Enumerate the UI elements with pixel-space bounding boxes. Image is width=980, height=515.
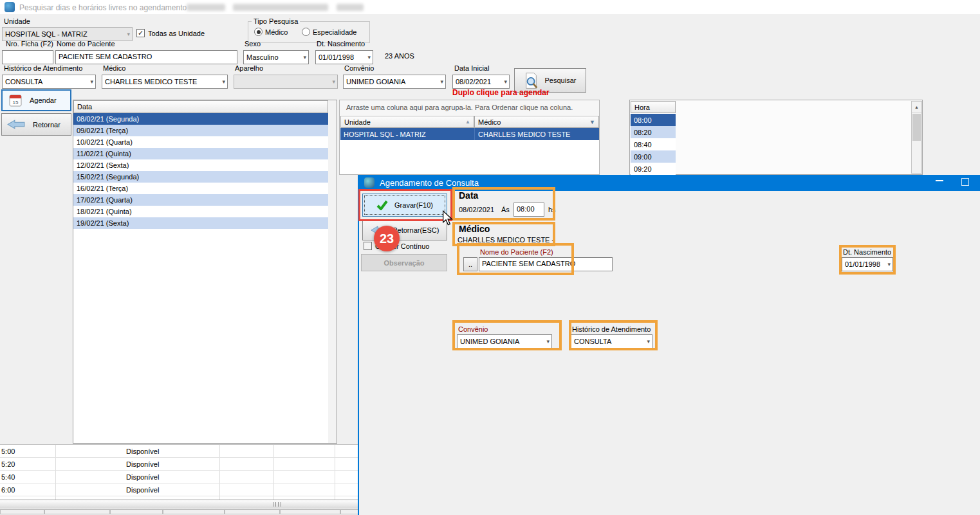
dropdown-arrow-icon: ▾ [222,78,225,85]
result-col-unidade[interactable]: Unidade ▲ [340,116,474,128]
slot-row[interactable]: 5:00 Disponível [0,445,358,458]
filter-down-icon: ▼ [589,119,595,125]
date-row[interactable]: 09/02/21 (Terça) [73,125,328,136]
paciente-nome-input[interactable]: PACIENTE SEM CADASTRO [479,257,613,271]
slot-status: Disponível [126,447,159,455]
redacted-text-1 [187,4,225,11]
result-row-medico-cell[interactable]: CHARLLES MEDICO TESTE [474,128,599,140]
todas-unidade-label: Todas as Unidade [148,30,205,37]
dropdown-arrow-icon: ▾ [440,78,443,85]
unidade-combo[interactable]: HOSPITAL SQL - MATRIZ▾ [2,27,133,41]
slots-grid-panel: 5:00 Disponível 5:20 Disponível 5:40 Dis… [0,444,358,500]
observacao-button[interactable]: Observação [361,254,447,271]
gravar-button[interactable]: Gravar(F10) [362,194,447,217]
result-col-medico[interactable]: Médico ▼ [474,116,599,128]
scroll-up-icon[interactable]: ▲ [912,102,921,113]
convenio-combo[interactable]: UNIMED GOIANIA▾ [343,75,446,89]
hora-row[interactable]: 09:00 [631,150,676,163]
dropdown-arrow-icon: ▾ [367,54,371,60]
sort-asc-icon: ▲ [465,119,470,125]
sexo-label: Sexo [245,40,261,48]
dlg-historico-combo[interactable]: CONSULTA▾ [571,334,652,348]
nascimento-combo[interactable]: 01/01/1998▾ [315,50,373,64]
slot-time: 5:40 [1,473,15,481]
check-icon [376,200,388,210]
scrollbar-thumb[interactable] [912,114,921,141]
statusbar-segment [163,509,225,514]
ficha-input[interactable] [2,50,53,64]
statusbar-segment [340,509,358,514]
data-time-input[interactable]: 08:00 [513,203,544,217]
date-row[interactable]: 18/02/21 (Quinta) [73,206,328,217]
slot-row[interactable]: 5:20 Disponível [0,458,358,471]
aparelho-label: Aparelho [235,64,263,72]
carater-continuo-checkbox[interactable] [364,242,372,250]
medico-section-value: CHARLLES MEDICO TESTE - [458,236,554,244]
slot-row[interactable]: 5:40 Disponível [0,471,358,483]
minimize-icon[interactable] [936,180,943,181]
paciente-f2-label: Nome do Paciente (F2) [480,248,553,256]
medico-combo[interactable]: CHARLLES MEDICO TESTE▾ [102,75,228,89]
dropdown-arrow-icon: ▾ [303,54,306,60]
date-grid-scroll-track[interactable] [328,100,337,443]
statusbar-segment [0,509,44,514]
horizontal-scrollbar[interactable] [0,500,358,509]
retornar-button[interactable]: Retornar [1,113,71,136]
slot-time: 6:00 [1,486,15,494]
hora-row[interactable]: 08:40 [631,138,676,150]
hora-row[interactable]: 08:20 [631,126,676,138]
dt-nascimento-label: Dt. Nascimento [843,248,891,256]
svg-text:15: 15 [13,100,19,105]
date-row[interactable]: 08/02/21 (Segunda) [73,113,328,125]
dlg-convenio-combo[interactable]: UNIMED GOIANIA▾ [457,334,552,348]
app-icon [5,2,15,12]
tipo-especialidade-radio[interactable] [302,28,310,36]
dialog-title: Agendamento de Consulta [380,178,479,188]
hora-grid-header[interactable]: Hora [631,101,676,113]
date-row[interactable]: 17/02/21 (Quarta) [73,194,328,206]
calendar-icon: 15 [9,94,22,107]
slot-status: Disponível [126,460,159,468]
main-titlebar: Pesquisar dias e horários livres no agen… [0,0,980,14]
maximize-icon[interactable] [961,178,969,186]
dlg-historico-label: Histórico de Atendimento [572,325,651,333]
paciente-input[interactable]: PACIENTE SEM CADASTRO [55,50,237,64]
hora-row[interactable]: 08:00 [631,114,676,126]
sexo-combo[interactable]: Masculino▾ [243,50,309,64]
dialog-titlebar[interactable]: Agendamento de Consulta [358,175,980,191]
paciente-lookup-button[interactable]: .. [463,257,477,271]
date-row[interactable]: 15/02/21 (Segunda) [73,171,328,183]
data-inicial-combo[interactable]: 08/02/2021▾ [452,75,510,89]
dt-nascimento-combo[interactable]: 01/01/1998▾ [842,257,893,271]
aparelho-combo[interactable]: ▾ [234,75,338,89]
statusbar-segment [44,509,110,514]
todas-unidade-checkbox[interactable]: ✓ [136,29,145,37]
scrollbar-grip [273,502,282,507]
date-row[interactable]: 12/02/21 (Sexta) [73,159,328,171]
dropdown-arrow-icon: ▾ [504,78,507,85]
tipo-medico-label: Médico [265,28,288,36]
date-row[interactable]: 11/02/21 (Quinta) [73,148,328,159]
agendar-button[interactable]: 15 Agendar [1,89,71,111]
tipo-medico-radio[interactable] [254,28,263,36]
data-date-text: 08/02/2021 [459,206,494,213]
hora-scrollbar[interactable]: ▲ [911,101,922,174]
group-band[interactable]: Arraste uma coluna aqui para agrupa-la. … [340,100,599,115]
convenio-label: Convênio [344,64,374,72]
statusbar-segment [110,509,163,514]
slot-row[interactable]: 6:00 Disponível [0,483,358,496]
date-grid-header[interactable]: Data [73,100,328,113]
slot-status: Disponível [126,473,159,481]
result-row-unidade-cell[interactable]: HOSPITAL SQL - MATRIZ [340,128,474,140]
dialog-icon [364,177,374,188]
medico-section-title: Médico [459,224,490,234]
historico-combo[interactable]: CONSULTA▾ [2,75,96,89]
redacted-text-3 [337,4,364,11]
slot-time: 5:20 [1,460,15,468]
date-row[interactable]: 19/02/21 (Sexta) [73,217,328,229]
date-row[interactable]: 10/02/21 (Quarta) [73,136,328,148]
hora-row[interactable]: 09:20 [631,163,676,175]
date-row[interactable]: 16/02/21 (Terça) [73,183,328,194]
unidade-label: Unidade [4,17,30,25]
dropdown-arrow-icon: ▾ [546,338,550,345]
